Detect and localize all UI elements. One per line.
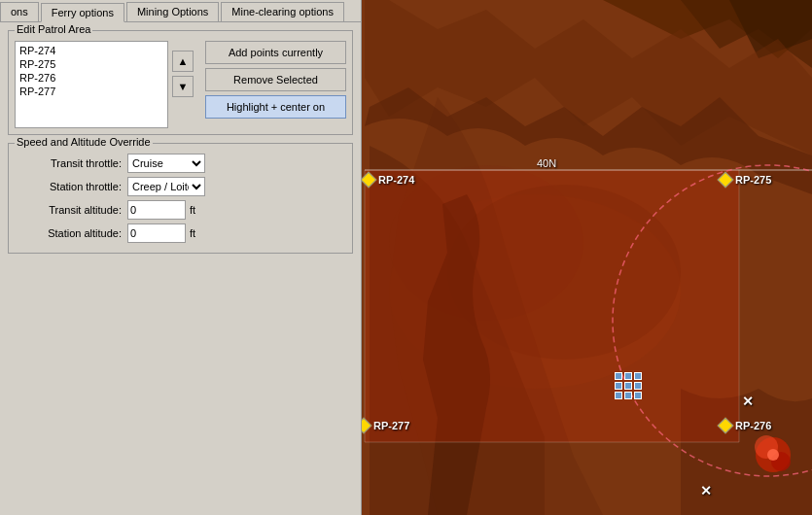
tab-ferry[interactable]: Ferry options [41,3,124,22]
tab-mining[interactable]: Mining Options [126,2,219,21]
svg-point-20 [767,449,779,461]
grid-cell-8 [624,392,632,399]
arrow-buttons: ▲ ▼ [172,41,194,97]
move-up-button[interactable]: ▲ [172,51,194,72]
close-button-2[interactable]: ✕ [700,483,712,498]
transit-altitude-unit: ft [190,204,195,216]
station-altitude-input[interactable] [127,223,186,243]
list-item-rp276[interactable]: RP-276 [18,71,165,85]
tab-options[interactable]: ons [0,2,39,21]
close-button-1[interactable]: ✕ [742,394,754,409]
transit-throttle-select[interactable]: Cruise Full Half Creep / Loiter [127,154,205,173]
grid-cell-7 [615,392,622,399]
grid-cell-4 [615,382,622,390]
station-altitude-unit: ft [190,227,195,239]
transit-throttle-row: Transit throttle: Cruise Full Half Creep… [15,154,346,173]
waypoint-label-rp277: RP-277 [373,420,409,431]
svg-rect-11 [365,170,739,442]
list-item-rp275[interactable]: RP-275 [18,57,165,71]
grid-cell-3 [634,372,642,380]
station-throttle-row: Station throttle: Creep / Loiter Cruise … [15,177,346,196]
transit-altitude-input[interactable] [127,200,186,220]
list-item-rp274[interactable]: RP-274 [18,44,165,57]
transit-altitude-label: Transit altitude: [15,204,122,216]
station-altitude-label: Station altitude: [15,227,122,239]
grid-cell-6 [634,382,642,390]
waypoint-label-rp274: RP-274 [378,174,414,186]
grid-cell-9 [634,392,642,399]
remove-selected-button[interactable]: Remove Selected [205,68,346,91]
transit-throttle-label: Transit throttle: [15,157,122,169]
waypoint-rp276[interactable]: RP-276 [720,420,771,431]
grid-cell-2 [624,372,632,380]
patrol-area-container: RP-274 RP-275 RP-276 RP-277 ▲ ▼ Add poin… [15,41,346,128]
add-points-button[interactable]: Add points currently [205,41,346,64]
station-throttle-select[interactable]: Creep / Loiter Cruise Full Half [127,177,205,196]
speed-altitude-section: Speed and Altitude Override Transit thro… [8,143,353,254]
grid-cell-1 [615,372,622,380]
transit-altitude-row: Transit altitude: ft [15,200,346,220]
action-buttons: Add points currently Remove Selected Hig… [205,41,346,119]
waypoint-label-rp276: RP-276 [735,420,771,431]
speed-altitude-label: Speed and Altitude Override [15,136,153,148]
panel-content: Edit Patrol Area RP-274 RP-275 RP-276 RP… [0,22,361,269]
patrol-area-listbox[interactable]: RP-274 RP-275 RP-276 RP-277 [15,41,168,128]
waypoint-rp275[interactable]: RP-275 [720,174,771,186]
list-item-rp277[interactable]: RP-277 [18,85,165,98]
waypoint-diamond-rp276 [718,418,734,434]
waypoint-diamond-rp275 [718,172,734,189]
waypoint-diamond-rp274 [361,172,377,189]
grid-icon[interactable] [615,372,642,399]
panel: ons Ferry options Mining Options Mine-cl… [0,0,362,515]
tab-mineclearing[interactable]: Mine-clearing options [221,2,344,21]
waypoint-label-rp275: RP-275 [735,174,771,186]
station-altitude-row: Station altitude: ft [15,223,346,243]
grid-cell-5 [624,382,632,390]
station-throttle-label: Station throttle: [15,181,122,192]
move-down-button[interactable]: ▼ [172,76,194,97]
patrol-area-section: Edit Patrol Area RP-274 RP-275 RP-276 RP… [8,30,353,135]
map-label-40n: 40N [537,157,556,169]
tab-bar: ons Ferry options Mining Options Mine-cl… [0,0,361,22]
waypoint-rp274[interactable]: RP-274 [363,174,414,186]
waypoint-rp277[interactable]: RP-277 [358,420,409,431]
highlight-center-button[interactable]: Highlight + center on [205,95,346,119]
patrol-area-label: Edit Patrol Area [15,23,92,35]
